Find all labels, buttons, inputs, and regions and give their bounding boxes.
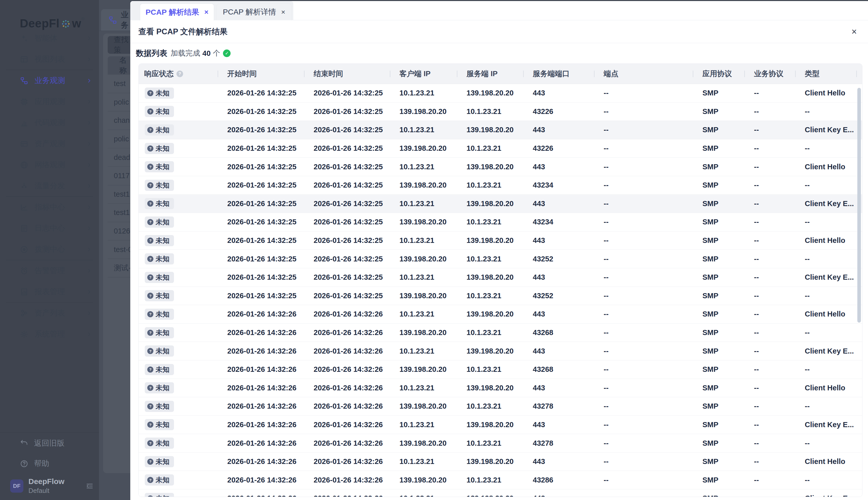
help-item: 帮助 bbox=[0, 453, 99, 474]
sidebar-item-label: 报表管理 bbox=[35, 286, 65, 297]
sidebar-item-gear: 系统管理 bbox=[0, 323, 99, 345]
cell-type: Client Key E... bbox=[795, 342, 856, 360]
table-row: ?未知2026-01-26 14:32:262026-01-26 14:32:2… bbox=[139, 416, 862, 434]
load-count-unit: 个 bbox=[213, 48, 220, 58]
cell-client-ip: 10.1.23.21 bbox=[390, 158, 457, 176]
status-badge-label: 未知 bbox=[156, 107, 169, 116]
alarm-clock-icon bbox=[20, 266, 29, 275]
status-badge-label: 未知 bbox=[156, 199, 169, 208]
workspace-block: DF DeepFlow Default bbox=[10, 477, 94, 495]
column-separator bbox=[594, 70, 595, 77]
tab-close-icon[interactable]: × bbox=[281, 9, 285, 16]
chevron-right-icon bbox=[86, 99, 92, 105]
grid-icon bbox=[20, 55, 29, 64]
page-list-item: polic bbox=[108, 130, 132, 148]
sidebar-item-log-doc: 日志中心 bbox=[0, 218, 99, 239]
cell-business-protocol: -- bbox=[744, 139, 795, 158]
probe-target-icon bbox=[20, 245, 29, 254]
cell-endpoint: -- bbox=[594, 453, 693, 471]
cell-app-protocol: SMP bbox=[693, 397, 744, 416]
chevron-right-icon bbox=[86, 288, 92, 295]
sidebar-nav: 智能体 视图列表 业务观测 应用观测 代码观测 资产观测 bbox=[0, 28, 99, 345]
cell-type: -- bbox=[795, 323, 856, 342]
cell-endpoint: -- bbox=[594, 195, 693, 213]
sidebar-item-metrics-chart: 指标中心 bbox=[0, 197, 99, 218]
page-table-rows: testpolicchanpolicdead0117test1test10126… bbox=[108, 75, 132, 277]
cell-app-protocol: SMP bbox=[693, 305, 744, 323]
cell-type: Client Hello bbox=[795, 379, 856, 397]
cell-server-port: 43268 bbox=[523, 323, 594, 342]
cell-start-time: 2026-01-26 14:32:25 bbox=[218, 213, 304, 231]
cell-server-ip: 10.1.23.21 bbox=[457, 213, 523, 231]
help-circle-icon bbox=[20, 459, 28, 467]
cell-type: Client Key E... bbox=[795, 121, 856, 139]
cell-business-protocol: -- bbox=[744, 342, 795, 360]
page-list-item: 0117 bbox=[108, 167, 132, 185]
status-badge: ?未知 bbox=[145, 143, 174, 154]
cell-type: Client Key E... bbox=[795, 268, 856, 286]
status-badge-label: 未知 bbox=[156, 475, 169, 485]
cell-server-ip: 139.198.20.20 bbox=[457, 416, 523, 434]
cell-app-protocol: SMP bbox=[693, 453, 744, 471]
cell-start-time: 2026-01-26 14:32:25 bbox=[218, 268, 304, 286]
chevron-right-icon bbox=[86, 246, 92, 253]
logo-registered-mark: ® bbox=[81, 16, 84, 22]
chevron-right-icon bbox=[86, 77, 92, 84]
table-row: ?未知2026-01-26 14:32:262026-01-26 14:32:2… bbox=[139, 361, 862, 379]
status-badge-label: 未知 bbox=[156, 291, 169, 300]
unknown-status-icon: ? bbox=[147, 348, 154, 354]
cell-response-status: ?未知 bbox=[139, 453, 218, 471]
background-page: 业务 查找策 名称 testpolicchanpolicdead0117test… bbox=[99, 0, 132, 500]
cell-business-protocol: -- bbox=[744, 305, 795, 323]
load-status-text: 加载完成 bbox=[171, 48, 200, 58]
cell-end-time: 2026-01-26 14:32:26 bbox=[304, 305, 390, 323]
status-help-icon[interactable]: ? bbox=[177, 70, 183, 77]
table-header-row: 响应状态?开始时间结束时间客户端 IP服务端 IP服务端端口端点应用协议业务协议… bbox=[139, 64, 862, 84]
table-row: ?未知2026-01-26 14:32:252026-01-26 14:32:2… bbox=[139, 195, 862, 213]
column-label: 类型 bbox=[805, 69, 820, 79]
cell-business-protocol: -- bbox=[744, 434, 795, 452]
hierarchy-icon bbox=[108, 15, 117, 25]
cell-response-status: ?未知 bbox=[139, 342, 218, 360]
sidebar-item-label: 资产观测 bbox=[35, 139, 65, 149]
tab-close-icon[interactable]: × bbox=[204, 9, 208, 16]
column-label: 应用协议 bbox=[702, 69, 732, 79]
cell-response-status: ?未知 bbox=[139, 213, 218, 231]
cell-response-status: ?未知 bbox=[139, 84, 218, 102]
status-badge: ?未知 bbox=[145, 327, 174, 338]
cell-app-protocol: SMP bbox=[693, 139, 744, 158]
cell-end-time: 2026-01-26 14:32:26 bbox=[304, 342, 390, 360]
bar-chart-icon bbox=[20, 118, 29, 127]
globe-icon bbox=[20, 161, 29, 169]
tab-pcap-parse-detail[interactable]: PCAP 解析详情 × bbox=[217, 3, 292, 20]
cell-business-protocol: -- bbox=[744, 195, 795, 213]
cell-app-protocol: SMP bbox=[693, 489, 744, 497]
cell-server-ip: 10.1.23.21 bbox=[457, 103, 523, 121]
tab-pcap-parse-result[interactable]: PCAP 解析结果 × bbox=[140, 3, 214, 21]
status-badge: ?未知 bbox=[145, 364, 174, 375]
cell-server-port: 443 bbox=[523, 158, 594, 176]
vertical-scrollbar-thumb[interactable] bbox=[857, 88, 861, 322]
cell-app-protocol: SMP bbox=[693, 268, 744, 286]
cell-start-time: 2026-01-26 14:32:25 bbox=[218, 195, 304, 213]
table-row: ?未知2026-01-26 14:32:252026-01-26 14:32:2… bbox=[139, 139, 862, 158]
load-success-check-icon: ✓ bbox=[223, 49, 230, 57]
cell-server-ip: 139.198.20.20 bbox=[457, 305, 523, 323]
sidebar-item-probe-target: 拨测中心 bbox=[0, 239, 99, 260]
modal-close-icon[interactable]: × bbox=[852, 27, 857, 36]
column-header-4: 客户端 IP bbox=[390, 64, 457, 84]
status-badge: ?未知 bbox=[145, 493, 174, 497]
sidebar-item-label: 资产列表 bbox=[35, 308, 65, 318]
report-doc-icon bbox=[20, 287, 29, 296]
cell-business-protocol: -- bbox=[744, 84, 795, 102]
cell-end-time: 2026-01-26 14:32:26 bbox=[304, 471, 390, 489]
cell-server-port: 443 bbox=[523, 379, 594, 397]
cell-client-ip: 10.1.23.21 bbox=[390, 195, 457, 213]
cell-end-time: 2026-01-26 14:32:25 bbox=[304, 287, 390, 305]
status-badge: ?未知 bbox=[145, 253, 174, 264]
cell-type: -- bbox=[795, 103, 856, 121]
cell-server-ip: 139.198.20.20 bbox=[457, 158, 523, 176]
cell-response-status: ?未知 bbox=[139, 379, 218, 397]
cell-endpoint: -- bbox=[594, 305, 693, 323]
cell-type: Client Key E... bbox=[795, 489, 856, 497]
